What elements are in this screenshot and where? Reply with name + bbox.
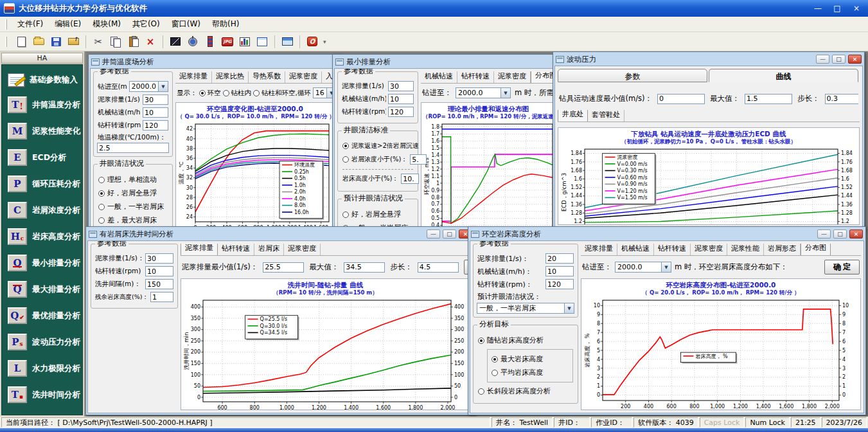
open-file-icon[interactable] <box>31 34 46 50</box>
tab-bottomhole[interactable]: 井底处 <box>558 110 588 122</box>
step-input[interactable] <box>825 94 858 104</box>
well-trajectory-icon[interactable] <box>168 34 183 50</box>
paste-icon[interactable] <box>125 34 141 50</box>
tab-conductivity[interactable]: 导热系数 <box>249 71 285 83</box>
mud-flowrate-input[interactable] <box>545 253 574 264</box>
exit-icon[interactable]: O <box>305 34 320 50</box>
tab-rop[interactable]: 机械钻速 <box>617 244 654 255</box>
radio-avg-bed-height[interactable]: 平均岩床高度 <box>492 368 569 377</box>
sidebar-header[interactable]: HA <box>1 53 83 64</box>
menu-file[interactable]: 文件(F) <box>12 17 49 32</box>
drill-depth-combo[interactable]: 2000.0▼ <box>615 262 671 273</box>
radio-long-inclined[interactable]: 长斜段岩床高度分析 <box>478 386 573 396</box>
radio-while-drilling[interactable]: 随钻岩床高度分析 <box>478 336 573 345</box>
minimize-icon[interactable]: — <box>810 3 826 14</box>
restore-icon[interactable]: □ <box>832 55 846 64</box>
menu-window[interactable]: 窗口(W) <box>166 17 206 32</box>
geothermal-gradient-input[interactable] <box>97 143 169 153</box>
sidebar-item-surge-pressure[interactable]: Ps波动压力分析 <box>8 334 82 350</box>
rpm-input[interactable] <box>388 107 414 117</box>
rpm-input[interactable] <box>143 120 168 130</box>
rpm-input[interactable] <box>545 279 574 289</box>
radio-good[interactable]: 好，岩屑全悬浮 <box>342 210 413 219</box>
tab-cuttings-bed[interactable]: 岩屑床 <box>254 244 284 255</box>
sidebar-item-mud-properties[interactable]: M泥浆性能变化 <box>8 123 82 140</box>
rop-input[interactable] <box>545 266 574 276</box>
washing-interval-input[interactable] <box>145 279 173 289</box>
sidebar-item-min-flowrate[interactable]: Q最小排量分析 <box>8 255 82 271</box>
chart-icon[interactable] <box>237 34 252 50</box>
mud-flowrate-input[interactable] <box>388 81 414 91</box>
wellhead-icon[interactable] <box>185 34 200 50</box>
close-project-icon[interactable] <box>66 34 81 50</box>
radio-icon[interactable] <box>223 90 229 96</box>
drillstring-icon[interactable] <box>202 34 218 50</box>
tab-cuttings-shape[interactable]: 岩屑形态 <box>764 244 801 255</box>
table-icon[interactable] <box>254 34 270 50</box>
tab-casing-shoe[interactable]: 套管鞋处 <box>588 110 624 122</box>
menu-other[interactable]: 其它(O) <box>127 17 166 32</box>
max-flowrate-input[interactable] <box>344 262 385 273</box>
tab-parameters[interactable]: 参数 <box>558 69 707 82</box>
minimize-icon[interactable]: — <box>427 230 440 239</box>
close-icon[interactable]: × <box>849 230 863 239</box>
minimize-icon[interactable]: — <box>816 55 829 64</box>
minimize-icon[interactable]: — <box>817 230 831 239</box>
radio-bad[interactable]: 差，最大岩屑床 <box>98 215 168 225</box>
tab-mud-density[interactable]: 泥浆密度 <box>691 244 727 255</box>
min-flowrate-input[interactable] <box>263 262 304 273</box>
tab-mud-density[interactable]: 泥浆密度 <box>285 71 322 83</box>
copy-icon[interactable] <box>108 34 123 50</box>
menu-edit[interactable]: 编辑(E) <box>49 17 87 32</box>
save-icon[interactable] <box>48 34 64 50</box>
min-speed-input[interactable] <box>657 94 705 104</box>
maximize-icon[interactable]: □ <box>829 3 845 14</box>
tab-mud-density[interactable]: 泥浆密度 <box>284 244 321 255</box>
menu-help[interactable]: 帮助(H) <box>206 17 245 32</box>
step-input[interactable] <box>418 262 459 273</box>
drill-depth-combo[interactable]: 2000.0▼ <box>456 87 511 98</box>
tab-distribution[interactable]: 分布图 <box>801 244 831 256</box>
restore-icon[interactable]: □ <box>443 230 456 239</box>
tab-specific-heat[interactable]: 泥浆比热 <box>212 71 249 83</box>
rpm-input[interactable] <box>145 266 173 276</box>
sidebar-item-washing-time[interactable]: T▪洗井时间分析 <box>8 386 82 403</box>
titlebar[interactable]: 大位移井钻井水力学分析与优化软件 — □ × <box>0 0 868 17</box>
radio-ideal[interactable]: 理想，单相流动 <box>98 175 168 184</box>
sidebar-item-circulating-pressure-loss[interactable]: P循环压耗分析 <box>8 176 82 192</box>
radio-medium[interactable]: 一般，一半岩屑床 <box>98 202 168 212</box>
rop-input[interactable] <box>143 107 168 118</box>
restore-icon[interactable]: □ <box>833 230 847 239</box>
bed-height-limit-input[interactable] <box>401 174 419 184</box>
cut-icon[interactable]: ✂ <box>91 34 106 50</box>
sidebar-item-bed-height[interactable]: Hc岩床高度分析 <box>8 228 82 245</box>
radio-return-velocity[interactable]: 泥浆返速>2倍岩屑沉速 <box>342 141 413 150</box>
sidebar-item-ecd[interactable]: EECD分析 <box>8 149 82 166</box>
sidebar-item-max-flowrate[interactable]: Q最大排量分析 <box>8 281 82 298</box>
radio-icon[interactable] <box>199 90 206 96</box>
ok-button[interactable]: 确 定 <box>824 260 860 274</box>
sidebar-item-hydraulic-limit[interactable]: L水力极限分析 <box>8 360 82 377</box>
tab-rpm[interactable]: 钻杆转速 <box>654 244 691 255</box>
child-titlebar[interactable]: 环空岩床高度分析 — □ × <box>470 228 864 240</box>
new-file-icon[interactable] <box>13 34 29 50</box>
toolbar-overflow-icon[interactable]: ▾ <box>323 39 326 45</box>
mud-flowrate-input[interactable] <box>145 253 173 264</box>
tab-rop[interactable]: 机械钻速 <box>421 71 457 83</box>
jpg-export-icon[interactable]: JPG <box>220 34 235 50</box>
predicted-cleaning-combo[interactable]: 一般，一半岩屑床▼ <box>477 303 574 314</box>
mud-flowrate-input[interactable] <box>143 94 168 105</box>
child-titlebar[interactable]: 最小排量分析 <box>334 56 559 68</box>
window-layout-icon[interactable] <box>279 34 295 50</box>
radio-good[interactable]: 好，岩屑全悬浮 <box>98 188 168 198</box>
child-titlebar[interactable]: 井筒温度场分析 <box>90 56 338 68</box>
child-titlebar[interactable]: 波动压力 — □ × <box>554 53 863 66</box>
delete-icon[interactable]: × <box>143 34 158 50</box>
tab-rpm[interactable]: 钻杆转速 <box>218 244 254 255</box>
tab-rpm[interactable]: 钻杆转速 <box>457 71 494 83</box>
sidebar-item-wellbore-temperature[interactable]: T!井筒温度分析 <box>8 96 82 113</box>
tab-curves[interactable]: 曲线 <box>709 69 858 82</box>
sidebar-item-cuttings-concentration[interactable]: C岩屑浓度分析 <box>8 202 82 219</box>
radio-max-bed-height[interactable]: 最大岩床高度 <box>492 354 569 364</box>
sidebar-item-basic-params[interactable]: 基础参数输入 <box>8 73 82 87</box>
